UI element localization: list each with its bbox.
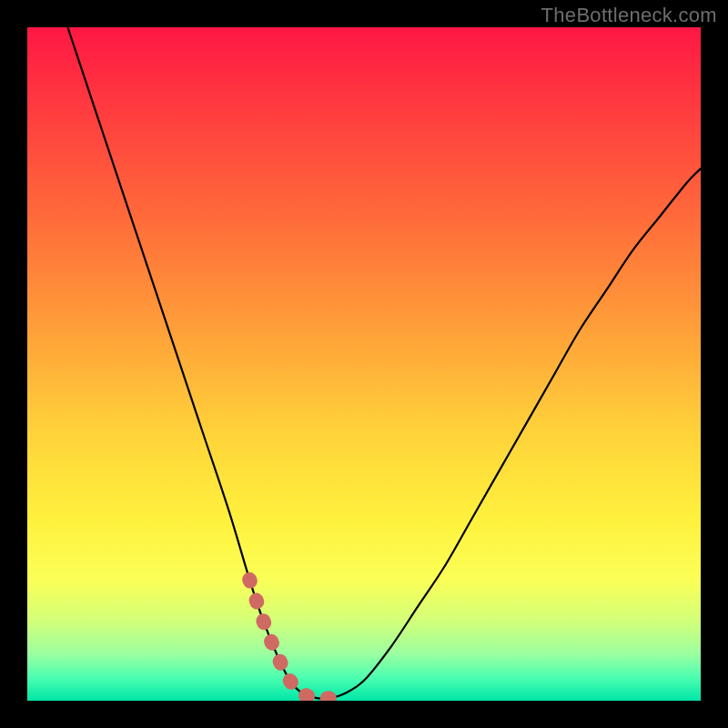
watermark-text: TheBottleneck.com	[541, 4, 717, 27]
gradient-background	[27, 27, 701, 701]
bottleneck-chart	[27, 27, 701, 701]
plot-area	[27, 27, 701, 701]
outer-frame: TheBottleneck.com	[0, 0, 728, 728]
